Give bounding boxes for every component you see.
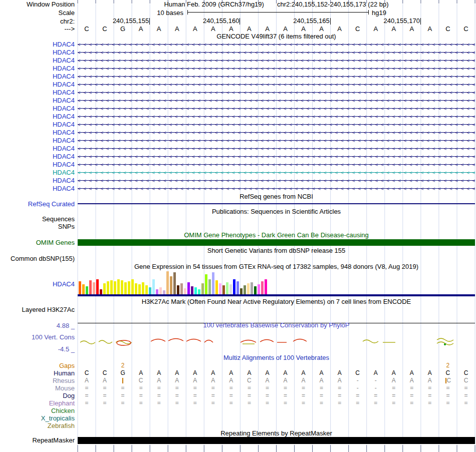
gencode-transcript[interactable]: <<<<<<<<<<<<<<<<<<<<<<<<<<<<<<<<<<<<<<<<… bbox=[78, 65, 475, 73]
assembly-label: Human Feb. 2009 (GRCh37/hg19) bbox=[164, 1, 264, 8]
gtex-tissue-bar[interactable] bbox=[184, 288, 186, 294]
gtex-tissue-bar[interactable] bbox=[187, 282, 190, 294]
repeatmasker-item[interactable] bbox=[78, 437, 475, 444]
gtex-tissue-bar[interactable] bbox=[226, 282, 228, 294]
gencode-transcript[interactable]: <<<<<<<<<<<<<<<<<<<<<<<<<<<<<<<<<<<<<<<<… bbox=[78, 49, 475, 57]
multiz-row-elephant[interactable]: ====================== bbox=[78, 399, 475, 407]
multiz-cell: A bbox=[222, 369, 240, 377]
multiz-species-label: X_tropicalis bbox=[0, 414, 75, 422]
gencode-transcript[interactable]: <<<<<<<<<<<<<<<<<<<<<<<<<<<<<<<<<<<<<<<<… bbox=[78, 41, 475, 49]
gencode-gene-label: HDAC4 bbox=[0, 161, 75, 169]
gtex-tissue-bar[interactable] bbox=[156, 289, 158, 294]
gencode-transcript[interactable]: <<<<<<<<<<<<<<<<<<<<<<<<<<<<<<<<<<<<<<<<… bbox=[78, 57, 475, 65]
gencode-transcript[interactable]: <<<<<<<<<<<<<<<<<<<<<<<<<<<<<<<<<<<<<<<<… bbox=[78, 161, 475, 169]
gencode-transcript[interactable]: <<<<<<<<<<<<<<<<<<<<<<<<<<<<<<<<<<<<<<<<… bbox=[78, 73, 475, 81]
gencode-transcript[interactable]: <<<<<<<<<<<<<<<<<<<<<<<<<<<<<<<<<<<<<<<<… bbox=[78, 113, 475, 121]
multiz-row-zebrafish[interactable] bbox=[78, 422, 475, 429]
gtex-tissue-bar[interactable] bbox=[222, 285, 225, 294]
gtex-tissue-bar[interactable] bbox=[205, 274, 207, 294]
gtex-tissue-bar[interactable] bbox=[244, 285, 246, 294]
base-letter: C bbox=[78, 25, 96, 33]
gtex-tissue-bar[interactable] bbox=[124, 282, 127, 294]
gtex-tissue-bar[interactable] bbox=[201, 283, 204, 294]
gtex-tissue-bar[interactable] bbox=[170, 276, 172, 294]
gencode-transcript[interactable]: <<<<<<<<<<<<<<<<<<<<<<<<<<<<<<<<<<<<<<<<… bbox=[78, 121, 475, 129]
gtex-tissue-bar[interactable] bbox=[86, 286, 88, 294]
gtex-tissue-bar[interactable] bbox=[212, 272, 214, 294]
multiz-row-rhesus[interactable]: AACAAAAACAAAAA--AAACC bbox=[78, 377, 475, 384]
gtex-tissue-bar[interactable] bbox=[163, 290, 165, 294]
gtex-tissue-bar[interactable] bbox=[177, 285, 179, 294]
gtex-tissue-bar[interactable] bbox=[265, 279, 267, 294]
gtex-tissue-bar[interactable] bbox=[96, 279, 99, 294]
gtex-tissue-bar[interactable] bbox=[93, 282, 95, 294]
multiz-row-gaps[interactable]: 22 bbox=[78, 362, 475, 369]
gencode-transcript[interactable]: <<<<<<<<<<<<<<<<<<<<<<<<<<<<<<<<<<<<<<<<… bbox=[78, 129, 475, 137]
multiz-cell: = bbox=[331, 399, 349, 407]
gtex-tissue-bar[interactable] bbox=[145, 285, 148, 294]
gtex-tissue-bar[interactable] bbox=[100, 289, 102, 294]
gtex-tissue-bar[interactable] bbox=[107, 281, 109, 294]
gtex-tissue-bar[interactable] bbox=[114, 281, 116, 294]
gtex-tissue-bar[interactable] bbox=[121, 280, 123, 294]
multiz-row-x_tropicalis[interactable] bbox=[78, 414, 475, 422]
gencode-transcript[interactable]: <<<<<<<<<<<<<<<<<<<<<<<<<<<<<<<<<<<<<<<<… bbox=[78, 137, 475, 145]
gtex-tissue-bar[interactable] bbox=[254, 286, 257, 294]
gtex-tissue-bar[interactable] bbox=[131, 279, 134, 294]
gencode-transcript[interactable]: <<<<<<<<<<<<<<<<<<<<<<<<<<<<<<<<<<<<<<<<… bbox=[78, 97, 475, 105]
gtex-tissue-bar[interactable] bbox=[149, 287, 151, 294]
gtex-tissue-bar[interactable] bbox=[152, 279, 155, 294]
gtex-tissue-bar[interactable] bbox=[128, 281, 130, 294]
gtex-tissue-bar[interactable] bbox=[240, 288, 243, 294]
gtex-tissue-bar[interactable] bbox=[208, 279, 211, 294]
gencode-transcript[interactable]: <<<<<<<<<<<<<<<<<<<<<<<<<<<<<<<<<<<<<<<<… bbox=[78, 105, 475, 113]
gtex-tissue-bar[interactable] bbox=[110, 280, 113, 294]
gtex-tissue-bar[interactable] bbox=[191, 286, 193, 294]
multiz-cell: = bbox=[96, 399, 114, 407]
multiz-row-mouse[interactable]: ===============--===== bbox=[78, 384, 475, 392]
gtex-tissue-bar[interactable] bbox=[166, 271, 169, 294]
gtex-tissue-bar[interactable] bbox=[233, 279, 235, 294]
gtex-tissue-bar[interactable] bbox=[194, 287, 197, 294]
gencode-transcript[interactable]: <<<<<<<<<<<<<<<<<<<<<<<<<<<<<<<<<<<<<<<<… bbox=[78, 89, 475, 97]
multiz-row-dog[interactable]: ====================== bbox=[78, 392, 475, 399]
gtex-tissue-bar[interactable] bbox=[117, 279, 120, 294]
multiz-species-label: Chicken bbox=[0, 407, 75, 414]
gencode-transcript[interactable]: <<<<<<<<<<<<<<<<<<<<<<<<<<<<<<<<<<<<<<<<… bbox=[78, 145, 475, 153]
omim-genes-item[interactable] bbox=[78, 239, 475, 246]
gtex-tissue-bar[interactable] bbox=[198, 289, 200, 294]
gtex-tissue-bar[interactable] bbox=[236, 281, 239, 294]
refseq-curated-item[interactable] bbox=[78, 203, 475, 204]
gtex-tissue-bar[interactable] bbox=[89, 280, 92, 294]
gencode-transcript[interactable]: <<<<<<<<<<<<<<<<<<<<<<<<<<<<<<<<<<<<<<<<… bbox=[78, 177, 475, 185]
multiz-cell: C bbox=[457, 369, 475, 377]
gtex-bar-chart[interactable] bbox=[78, 271, 475, 294]
gtex-tissue-bar[interactable] bbox=[261, 281, 264, 294]
gtex-tissue-bar[interactable] bbox=[215, 280, 218, 294]
gtex-tissue-bar[interactable] bbox=[247, 283, 250, 294]
gtex-tissue-bar[interactable] bbox=[159, 287, 162, 294]
multiz-title: Multiz Alignments of 100 Vertebrates bbox=[78, 354, 475, 361]
gtex-tissue-bar[interactable] bbox=[229, 284, 232, 294]
base-letter: A bbox=[240, 25, 258, 33]
multiz-row-chicken[interactable] bbox=[78, 407, 475, 414]
gtex-tissue-bar[interactable] bbox=[142, 282, 144, 294]
gtex-tissue-bar[interactable] bbox=[79, 281, 81, 294]
multiz-cell: = bbox=[457, 392, 475, 399]
coordinate-tick bbox=[149, 18, 150, 25]
gencode-transcript[interactable]: <<<<<<<<<<<<<<<<<<<<<<<<<<<<<<<<<<<<<<<<… bbox=[78, 169, 475, 177]
gencode-transcript[interactable]: <<<<<<<<<<<<<<<<<<<<<<<<<<<<<<<<<<<<<<<<… bbox=[78, 185, 475, 193]
gtex-tissue-bar[interactable] bbox=[138, 284, 141, 294]
gencode-transcript[interactable]: <<<<<<<<<<<<<<<<<<<<<<<<<<<<<<<<<<<<<<<<… bbox=[78, 153, 475, 161]
gtex-tissue-bar[interactable] bbox=[180, 283, 183, 294]
gtex-tissue-bar[interactable] bbox=[251, 282, 253, 294]
gtex-tissue-bar[interactable] bbox=[258, 284, 260, 294]
gtex-tissue-bar[interactable] bbox=[103, 283, 106, 294]
multiz-row-human[interactable]: CCGAAAAAAAAAAAACAAAACC bbox=[78, 369, 475, 377]
gtex-tissue-bar[interactable] bbox=[135, 283, 137, 294]
gtex-tissue-bar[interactable] bbox=[173, 272, 176, 294]
gencode-transcript[interactable]: <<<<<<<<<<<<<<<<<<<<<<<<<<<<<<<<<<<<<<<<… bbox=[78, 81, 475, 89]
gtex-tissue-bar[interactable] bbox=[219, 283, 221, 294]
strand-arrows: <<<<<<<<<<<<<<<<<<<<<<<<<<<<<<<<<<<<<<<<… bbox=[78, 121, 475, 129]
gtex-tissue-bar[interactable] bbox=[82, 284, 85, 294]
